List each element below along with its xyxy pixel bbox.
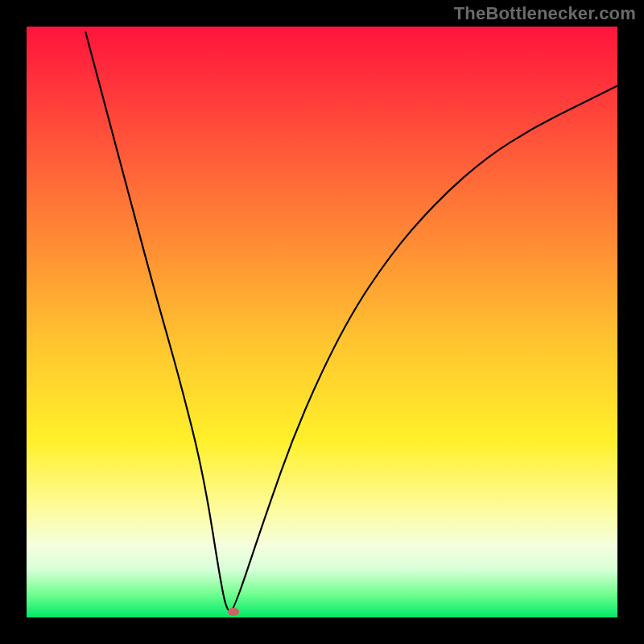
bottleneck-curve	[27, 27, 617, 617]
curve-path	[85, 32, 617, 611]
watermark-label: TheBottlenecker.com	[454, 3, 636, 24]
chart-frame: TheBottlenecker.com	[0, 0, 644, 644]
plot-area	[27, 27, 617, 617]
bottleneck-marker	[228, 608, 239, 616]
